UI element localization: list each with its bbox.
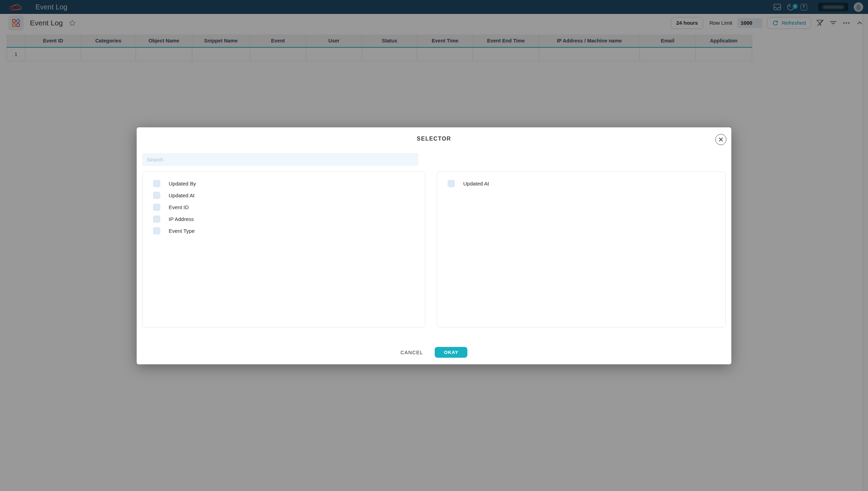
field-label: Event ID [169, 204, 189, 210]
close-icon[interactable] [715, 134, 726, 145]
field-list-item[interactable]: Updated By [143, 177, 425, 189]
field-list-item[interactable]: Event ID [143, 201, 425, 213]
field-list-item[interactable]: Updated At [437, 177, 725, 189]
field-list-item[interactable]: Event Type [143, 225, 425, 237]
dialog-title: SELECTOR [137, 136, 731, 142]
selected-fields-panel: Updated At [437, 172, 726, 327]
search-input[interactable] [142, 153, 418, 166]
field-label: Updated At [169, 192, 194, 198]
checkbox-unchecked[interactable] [153, 227, 160, 235]
field-label: Updated At [463, 181, 489, 187]
field-label: Updated By [169, 181, 196, 187]
cancel-button[interactable]: CANCEL [401, 350, 423, 355]
available-fields-panel: Updated By Updated At Event ID IP Addres… [142, 172, 425, 327]
checkbox-unchecked[interactable] [153, 192, 160, 199]
field-list-item[interactable]: Updated At [143, 189, 425, 201]
checkbox-unchecked[interactable] [153, 215, 160, 223]
selector-dialog: SELECTOR Updated By Updated At Event ID [137, 127, 731, 364]
okay-button[interactable]: OKAY [435, 347, 467, 358]
checkbox-unchecked[interactable] [153, 180, 160, 187]
field-label: IP Address [169, 216, 194, 222]
field-label: Event Type [169, 228, 195, 234]
checkbox-unchecked[interactable] [448, 180, 455, 187]
checkbox-unchecked[interactable] [153, 204, 160, 211]
dialog-footer: CANCEL OKAY [137, 347, 731, 358]
field-list-item[interactable]: IP Address [143, 213, 425, 225]
